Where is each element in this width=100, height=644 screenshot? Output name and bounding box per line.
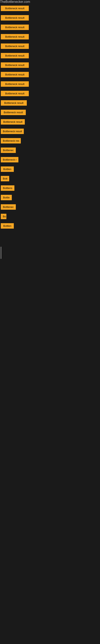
cursor-line bbox=[1, 247, 1, 259]
bottleneck-result-button-16[interactable]: Bottlenec bbox=[1, 148, 16, 153]
button-row-9: Bottleneck result bbox=[0, 79, 100, 89]
button-row-5: Bottleneck result bbox=[0, 42, 100, 51]
bottleneck-result-button-24[interactable]: Bottlen bbox=[1, 223, 14, 228]
button-row-19: Bott bbox=[0, 174, 100, 183]
button-row-11: Bottleneck result bbox=[0, 98, 100, 108]
bottleneck-result-button-23[interactable]: Bo bbox=[1, 214, 6, 219]
bottleneck-result-button-11[interactable]: Bottleneck result bbox=[1, 100, 27, 106]
button-row-23: Bo bbox=[0, 212, 100, 221]
button-row-7: Bottleneck result bbox=[0, 60, 100, 70]
button-row-13: Bottleneck result bbox=[0, 117, 100, 126]
button-row-1: Bottleneck result bbox=[0, 4, 100, 13]
button-row-6: Bottleneck result bbox=[0, 51, 100, 60]
bottleneck-result-button-13[interactable]: Bottleneck result bbox=[1, 119, 25, 124]
button-row-10: Bottleneck result bbox=[0, 89, 100, 98]
button-row-15: Bottleneck res bbox=[0, 136, 100, 146]
bottleneck-result-button-5[interactable]: Bottleneck result bbox=[1, 44, 29, 49]
button-row-16: Bottlenec bbox=[0, 146, 100, 155]
button-row-21: Bottle bbox=[0, 193, 100, 202]
bottleneck-result-button-22[interactable]: Bottlenec bbox=[1, 204, 16, 210]
buttons-container: Bottleneck resultBottleneck resultBottle… bbox=[0, 4, 100, 231]
bottleneck-result-button-12[interactable]: Bottleneck result bbox=[1, 110, 26, 115]
bottleneck-result-button-9[interactable]: Bottleneck result bbox=[1, 81, 29, 87]
bottleneck-result-button-6[interactable]: Bottleneck result bbox=[1, 53, 29, 58]
bottleneck-result-button-4[interactable]: Bottleneck result bbox=[1, 34, 29, 40]
button-row-18: Bottlen bbox=[0, 164, 100, 174]
button-row-24: Bottlen bbox=[0, 221, 100, 231]
button-row-4: Bottleneck result bbox=[0, 32, 100, 42]
bottleneck-result-button-19[interactable]: Bott bbox=[1, 176, 9, 181]
bottleneck-result-button-8[interactable]: Bottleneck result bbox=[1, 72, 29, 77]
button-row-2: Bottleneck result bbox=[0, 13, 100, 22]
button-row-17: Bottleneck r bbox=[0, 155, 100, 164]
button-row-14: Bottleneck result bbox=[0, 126, 100, 136]
bottleneck-result-button-18[interactable]: Bottlen bbox=[1, 166, 14, 172]
button-row-22: Bottlenec bbox=[0, 202, 100, 212]
bottleneck-result-button-1[interactable]: Bottleneck result bbox=[1, 6, 29, 11]
bottleneck-result-button-3[interactable]: Bottleneck result bbox=[1, 24, 29, 30]
bottleneck-result-button-15[interactable]: Bottleneck res bbox=[1, 138, 21, 144]
button-row-8: Bottleneck result bbox=[0, 70, 100, 79]
bottleneck-result-button-17[interactable]: Bottleneck r bbox=[1, 157, 18, 162]
button-row-12: Bottleneck result bbox=[0, 108, 100, 117]
cursor-area bbox=[0, 247, 100, 327]
site-title: TheBottlenecker.com bbox=[0, 0, 100, 4]
bottleneck-result-button-2[interactable]: Bottleneck result bbox=[1, 15, 29, 20]
button-row-20: Bottlens bbox=[0, 183, 100, 193]
button-row-3: Bottleneck result bbox=[0, 22, 100, 32]
bottleneck-result-button-21[interactable]: Bottle bbox=[1, 195, 12, 200]
bottleneck-result-button-14[interactable]: Bottleneck result bbox=[1, 128, 24, 134]
bottleneck-result-button-10[interactable]: Bottleneck result bbox=[1, 91, 29, 96]
bottleneck-result-button-20[interactable]: Bottlens bbox=[1, 185, 14, 191]
bottleneck-result-button-7[interactable]: Bottleneck result bbox=[1, 62, 29, 68]
